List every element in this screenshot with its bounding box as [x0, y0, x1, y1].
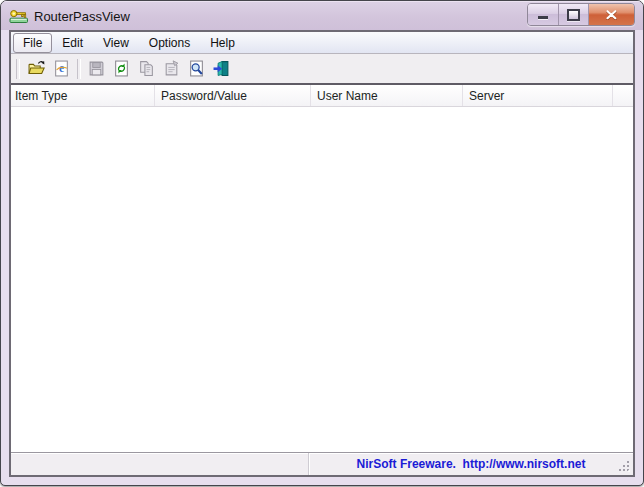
find-button[interactable]: [184, 56, 209, 81]
menu-options[interactable]: Options: [139, 33, 200, 53]
save-floppy-icon: [88, 60, 105, 77]
app-icon: [9, 8, 29, 24]
password-list: Item Type Password/Value User Name Serve…: [11, 83, 633, 452]
open-folder-icon: [28, 60, 45, 77]
statusbar: NirSoft Freeware. http://www.nirsoft.net: [11, 452, 633, 475]
client-area: File Edit View Options Help e: [9, 30, 635, 477]
menu-help[interactable]: Help: [200, 33, 245, 53]
copy-icon: [138, 60, 155, 77]
toolbar: e: [11, 54, 633, 83]
exit-door-icon: [213, 60, 230, 77]
column-header-item-type[interactable]: Item Type: [11, 85, 155, 106]
exit-button[interactable]: [209, 56, 234, 81]
minimize-button[interactable]: [528, 4, 559, 25]
menu-edit[interactable]: Edit: [52, 33, 93, 53]
close-button[interactable]: [589, 4, 634, 25]
list-header: Item Type Password/Value User Name Serve…: [11, 85, 633, 107]
column-header-server[interactable]: Server: [463, 85, 613, 106]
window-title: RouterPassView: [34, 8, 130, 24]
titlebar[interactable]: RouterPassView: [1, 1, 643, 30]
copy-button[interactable]: [134, 56, 159, 81]
refresh-icon: [113, 60, 130, 77]
resize-grip[interactable]: [618, 460, 631, 473]
resize-grip-icon: [618, 460, 631, 473]
properties-button[interactable]: [159, 56, 184, 81]
properties-icon: [163, 60, 180, 77]
toolbar-separator: [77, 59, 81, 79]
maximize-button[interactable]: [559, 4, 589, 25]
list-body[interactable]: [11, 107, 633, 452]
column-header-user-name[interactable]: User Name: [311, 85, 463, 106]
svg-text:e: e: [59, 62, 64, 75]
window-controls: [527, 3, 635, 26]
app-window: RouterPassView File Edit View Options H: [0, 0, 644, 486]
close-icon: [606, 10, 617, 20]
menubar: File Edit View Options Help: [11, 32, 633, 54]
statusbar-left-pane: [11, 453, 309, 475]
save-button[interactable]: [84, 56, 109, 81]
toolbar-gripper: [16, 59, 20, 79]
refresh-button[interactable]: [109, 56, 134, 81]
minimize-icon: [538, 16, 548, 19]
open-file-button[interactable]: [24, 56, 49, 81]
column-header-password-value[interactable]: Password/Value: [155, 85, 311, 106]
maximize-icon: [567, 9, 580, 21]
internet-explorer-icon: e: [53, 60, 70, 77]
find-icon: [188, 60, 205, 77]
statusbar-message: NirSoft Freeware. http://www.nirsoft.net: [309, 457, 633, 472]
column-header-filler: [613, 85, 633, 106]
menu-file[interactable]: File: [13, 33, 52, 53]
ie-grab-button[interactable]: e: [49, 56, 74, 81]
menu-view[interactable]: View: [93, 33, 139, 53]
